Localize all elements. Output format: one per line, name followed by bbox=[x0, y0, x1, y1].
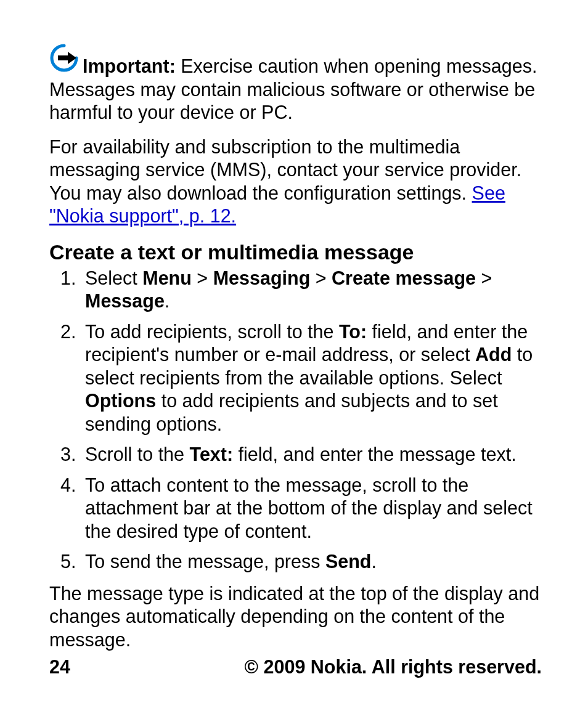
options-label: Options bbox=[85, 390, 156, 411]
list-item: Scroll to the Text: field, and enter the… bbox=[81, 443, 542, 466]
closing-paragraph: The message type is indicated at the top… bbox=[49, 582, 542, 652]
text-field-label: Text: bbox=[190, 444, 234, 465]
manual-page: Important: Exercise caution when opening… bbox=[0, 0, 588, 727]
message-label: Message bbox=[85, 290, 165, 311]
important-label: Important: bbox=[83, 55, 176, 76]
add-label: Add bbox=[475, 344, 512, 365]
page-footer: 24 © 2009 Nokia. All rights reserved. bbox=[49, 656, 542, 678]
important-arrow-icon bbox=[49, 43, 79, 78]
menu-label: Menu bbox=[142, 267, 192, 288]
page-number: 24 bbox=[49, 656, 70, 678]
availability-paragraph: For availability and subscription to the… bbox=[49, 136, 542, 228]
availability-text: For availability and subscription to the… bbox=[49, 136, 521, 203]
list-item: To send the message, press Send. bbox=[81, 550, 542, 574]
copyright-text: © 2009 Nokia. All rights reserved. bbox=[245, 656, 542, 678]
section-heading: Create a text or multimedia message bbox=[49, 240, 542, 264]
list-item: To attach content to the message, scroll… bbox=[81, 474, 542, 543]
steps-list: Select Menu > Messaging > Create message… bbox=[49, 267, 542, 574]
list-item: Select Menu > Messaging > Create message… bbox=[81, 267, 542, 313]
create-message-label: Create message bbox=[332, 267, 476, 288]
list-item: To add recipients, scroll to the To: fie… bbox=[81, 320, 542, 436]
send-label: Send bbox=[325, 551, 372, 572]
to-field-label: To: bbox=[339, 321, 367, 342]
svg-rect-0 bbox=[58, 55, 68, 60]
important-paragraph: Important: Exercise caution when opening… bbox=[49, 43, 542, 124]
messaging-label: Messaging bbox=[213, 267, 311, 288]
